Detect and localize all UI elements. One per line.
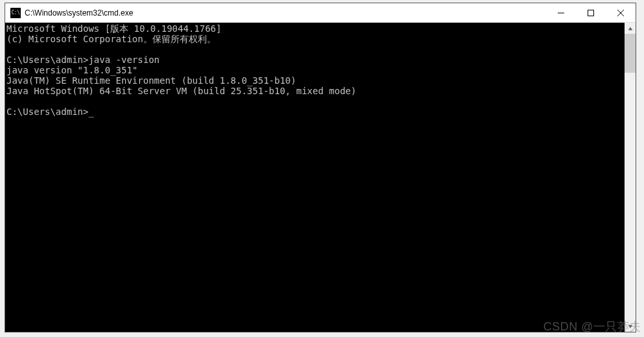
close-icon bbox=[617, 10, 624, 16]
titlebar[interactable]: C:\ C:\Windows\system32\cmd.exe bbox=[5, 3, 636, 23]
cmd-icon-text: C:\ bbox=[12, 10, 20, 16]
scrollbar-thumb[interactable] bbox=[625, 34, 636, 73]
chevron-down-icon bbox=[628, 324, 633, 329]
cursor: _ bbox=[88, 106, 93, 117]
close-button[interactable] bbox=[606, 3, 636, 22]
minimize-button[interactable] bbox=[546, 3, 576, 22]
cmd-window: C:\ C:\Windows\system32\cmd.exe Microsof… bbox=[5, 3, 636, 332]
svg-rect-1 bbox=[588, 10, 594, 16]
cmd-icon: C:\ bbox=[10, 8, 21, 18]
maximize-button[interactable] bbox=[576, 3, 606, 22]
console-output[interactable]: Microsoft Windows [版本 10.0.19044.1766] (… bbox=[5, 23, 625, 332]
vertical-scrollbar[interactable] bbox=[625, 23, 636, 332]
window-controls bbox=[546, 3, 636, 22]
scroll-down-button[interactable] bbox=[625, 321, 636, 332]
svg-marker-4 bbox=[628, 27, 632, 30]
window-title: C:\Windows\system32\cmd.exe bbox=[25, 8, 546, 18]
minimize-icon bbox=[558, 10, 564, 16]
maximize-icon bbox=[588, 10, 594, 16]
scrollbar-track[interactable] bbox=[625, 34, 636, 321]
client-area: Microsoft Windows [版本 10.0.19044.1766] (… bbox=[5, 23, 636, 332]
scroll-up-button[interactable] bbox=[625, 23, 636, 34]
chevron-up-icon bbox=[628, 26, 633, 31]
svg-marker-5 bbox=[628, 325, 632, 328]
